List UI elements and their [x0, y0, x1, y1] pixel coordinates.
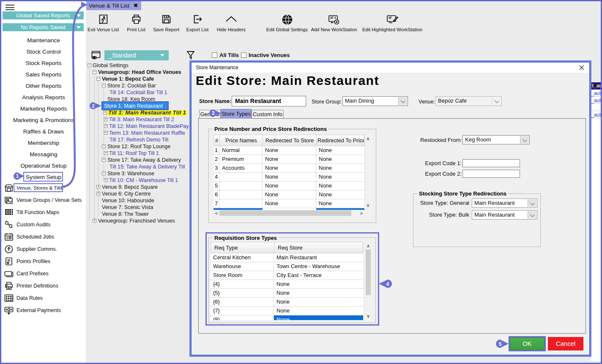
svg-text:2: 2 [92, 103, 94, 109]
svg-text:3: 3 [212, 110, 215, 116]
svg-text:4: 4 [386, 281, 389, 287]
svg-text:5: 5 [499, 341, 502, 347]
svg-text:1: 1 [16, 173, 19, 179]
